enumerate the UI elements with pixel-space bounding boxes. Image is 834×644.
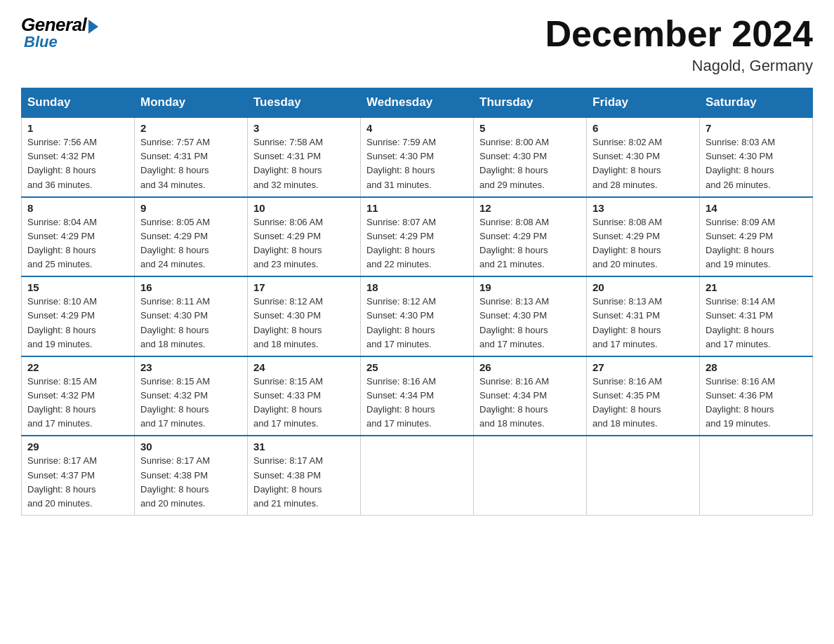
logo-blue-text: Blue — [24, 33, 58, 51]
day-info: Sunrise: 8:09 AMSunset: 4:29 PMDaylight:… — [706, 215, 807, 272]
day-number: 1 — [27, 122, 128, 134]
calendar-cell: 16Sunrise: 8:11 AMSunset: 4:30 PMDayligh… — [135, 276, 248, 356]
calendar-cell: 6Sunrise: 8:02 AMSunset: 4:30 PMDaylight… — [587, 117, 700, 197]
calendar-cell: 2Sunrise: 7:57 AMSunset: 4:31 PMDaylight… — [135, 117, 248, 197]
calendar-cell: 9Sunrise: 8:05 AMSunset: 4:29 PMDaylight… — [135, 197, 248, 277]
calendar-header-row: SundayMondayTuesdayWednesdayThursdayFrid… — [22, 88, 813, 118]
calendar-cell — [474, 436, 587, 515]
day-number: 18 — [366, 281, 468, 293]
col-header-saturday: Saturday — [700, 88, 813, 118]
day-number: 23 — [140, 361, 241, 373]
day-info: Sunrise: 7:56 AMSunset: 4:32 PMDaylight:… — [27, 135, 128, 192]
calendar-cell: 26Sunrise: 8:16 AMSunset: 4:34 PMDayligh… — [474, 356, 587, 436]
day-number: 22 — [27, 361, 128, 373]
day-info: Sunrise: 8:16 AMSunset: 4:34 PMDaylight:… — [479, 375, 581, 431]
day-number: 21 — [706, 281, 807, 293]
calendar-cell: 10Sunrise: 8:06 AMSunset: 4:29 PMDayligh… — [248, 197, 361, 277]
day-number: 26 — [479, 361, 581, 373]
col-header-thursday: Thursday — [474, 88, 587, 118]
day-number: 15 — [27, 281, 128, 293]
calendar-cell: 11Sunrise: 8:07 AMSunset: 4:29 PMDayligh… — [361, 197, 474, 277]
calendar-week-row: 8Sunrise: 8:04 AMSunset: 4:29 PMDaylight… — [22, 197, 813, 277]
day-number: 30 — [140, 441, 241, 452]
logo: General Blue — [21, 14, 98, 51]
day-info: Sunrise: 8:10 AMSunset: 4:29 PMDaylight:… — [27, 295, 128, 351]
day-number: 28 — [706, 361, 807, 373]
day-info: Sunrise: 8:08 AMSunset: 4:29 PMDaylight:… — [593, 215, 694, 272]
calendar-cell: 13Sunrise: 8:08 AMSunset: 4:29 PMDayligh… — [587, 197, 700, 277]
day-number: 19 — [479, 281, 581, 293]
day-number: 11 — [366, 202, 468, 214]
calendar-cell: 18Sunrise: 8:12 AMSunset: 4:30 PMDayligh… — [361, 276, 474, 356]
day-number: 25 — [366, 361, 468, 373]
col-header-friday: Friday — [587, 88, 700, 118]
day-number: 10 — [253, 202, 355, 214]
calendar-cell: 14Sunrise: 8:09 AMSunset: 4:29 PMDayligh… — [700, 197, 813, 277]
day-number: 13 — [593, 202, 694, 214]
day-info: Sunrise: 8:16 AMSunset: 4:34 PMDaylight:… — [366, 375, 468, 431]
day-info: Sunrise: 8:16 AMSunset: 4:36 PMDaylight:… — [706, 375, 807, 431]
day-number: 27 — [593, 361, 694, 373]
day-info: Sunrise: 8:16 AMSunset: 4:35 PMDaylight:… — [593, 375, 694, 431]
day-number: 6 — [593, 122, 694, 134]
col-header-monday: Monday — [135, 88, 248, 118]
month-title: December 2024 — [545, 14, 813, 54]
calendar-cell: 7Sunrise: 8:03 AMSunset: 4:30 PMDaylight… — [700, 117, 813, 197]
calendar-cell — [587, 436, 700, 515]
calendar-week-row: 15Sunrise: 8:10 AMSunset: 4:29 PMDayligh… — [22, 276, 813, 356]
day-number: 17 — [253, 281, 355, 293]
logo-arrow-icon — [88, 20, 98, 34]
day-info: Sunrise: 8:11 AMSunset: 4:30 PMDaylight:… — [140, 295, 241, 351]
day-info: Sunrise: 8:15 AMSunset: 4:32 PMDaylight:… — [27, 375, 128, 431]
calendar-cell: 24Sunrise: 8:15 AMSunset: 4:33 PMDayligh… — [248, 356, 361, 436]
day-info: Sunrise: 8:03 AMSunset: 4:30 PMDaylight:… — [706, 135, 807, 192]
day-info: Sunrise: 8:17 AMSunset: 4:38 PMDaylight:… — [253, 454, 355, 511]
col-header-wednesday: Wednesday — [361, 88, 474, 118]
day-number: 3 — [253, 122, 355, 134]
calendar-cell: 15Sunrise: 8:10 AMSunset: 4:29 PMDayligh… — [22, 276, 135, 356]
col-header-sunday: Sunday — [22, 88, 135, 118]
day-number: 24 — [253, 361, 355, 373]
day-number: 20 — [593, 281, 694, 293]
calendar-cell — [700, 436, 813, 515]
calendar-cell: 22Sunrise: 8:15 AMSunset: 4:32 PMDayligh… — [22, 356, 135, 436]
day-number: 12 — [479, 202, 581, 214]
day-info: Sunrise: 8:04 AMSunset: 4:29 PMDaylight:… — [27, 215, 128, 272]
day-info: Sunrise: 8:02 AMSunset: 4:30 PMDaylight:… — [593, 135, 694, 192]
day-info: Sunrise: 8:07 AMSunset: 4:29 PMDaylight:… — [366, 215, 468, 272]
calendar-cell: 25Sunrise: 8:16 AMSunset: 4:34 PMDayligh… — [361, 356, 474, 436]
calendar-week-row: 1Sunrise: 7:56 AMSunset: 4:32 PMDaylight… — [22, 117, 813, 197]
day-info: Sunrise: 8:12 AMSunset: 4:30 PMDaylight:… — [366, 295, 468, 351]
calendar-cell: 12Sunrise: 8:08 AMSunset: 4:29 PMDayligh… — [474, 197, 587, 277]
day-number: 29 — [27, 441, 128, 452]
calendar-cell: 17Sunrise: 8:12 AMSunset: 4:30 PMDayligh… — [248, 276, 361, 356]
day-number: 31 — [253, 441, 355, 452]
calendar-cell: 1Sunrise: 7:56 AMSunset: 4:32 PMDaylight… — [22, 117, 135, 197]
calendar-cell: 31Sunrise: 8:17 AMSunset: 4:38 PMDayligh… — [248, 436, 361, 515]
calendar-cell: 5Sunrise: 8:00 AMSunset: 4:30 PMDaylight… — [474, 117, 587, 197]
calendar-cell: 21Sunrise: 8:14 AMSunset: 4:31 PMDayligh… — [700, 276, 813, 356]
page-header: General Blue December 2024 Nagold, Germa… — [21, 14, 813, 75]
day-info: Sunrise: 8:12 AMSunset: 4:30 PMDaylight:… — [253, 295, 355, 351]
day-info: Sunrise: 8:05 AMSunset: 4:29 PMDaylight:… — [140, 215, 241, 272]
day-info: Sunrise: 8:15 AMSunset: 4:33 PMDaylight:… — [253, 375, 355, 431]
calendar-cell: 27Sunrise: 8:16 AMSunset: 4:35 PMDayligh… — [587, 356, 700, 436]
day-info: Sunrise: 8:06 AMSunset: 4:29 PMDaylight:… — [253, 215, 355, 272]
calendar-cell: 3Sunrise: 7:58 AMSunset: 4:31 PMDaylight… — [248, 117, 361, 197]
calendar-week-row: 29Sunrise: 8:17 AMSunset: 4:37 PMDayligh… — [22, 436, 813, 515]
calendar-cell: 23Sunrise: 8:15 AMSunset: 4:32 PMDayligh… — [135, 356, 248, 436]
calendar-week-row: 22Sunrise: 8:15 AMSunset: 4:32 PMDayligh… — [22, 356, 813, 436]
col-header-tuesday: Tuesday — [248, 88, 361, 118]
day-number: 9 — [140, 202, 241, 214]
calendar-cell: 29Sunrise: 8:17 AMSunset: 4:37 PMDayligh… — [22, 436, 135, 515]
day-number: 5 — [479, 122, 581, 134]
day-info: Sunrise: 8:14 AMSunset: 4:31 PMDaylight:… — [706, 295, 807, 351]
day-number: 14 — [706, 202, 807, 214]
calendar-cell: 20Sunrise: 8:13 AMSunset: 4:31 PMDayligh… — [587, 276, 700, 356]
day-info: Sunrise: 8:13 AMSunset: 4:31 PMDaylight:… — [593, 295, 694, 351]
day-number: 16 — [140, 281, 241, 293]
calendar-cell: 19Sunrise: 8:13 AMSunset: 4:30 PMDayligh… — [474, 276, 587, 356]
day-info: Sunrise: 7:58 AMSunset: 4:31 PMDaylight:… — [253, 135, 355, 192]
day-info: Sunrise: 8:08 AMSunset: 4:29 PMDaylight:… — [479, 215, 581, 272]
day-info: Sunrise: 8:15 AMSunset: 4:32 PMDaylight:… — [140, 375, 241, 431]
